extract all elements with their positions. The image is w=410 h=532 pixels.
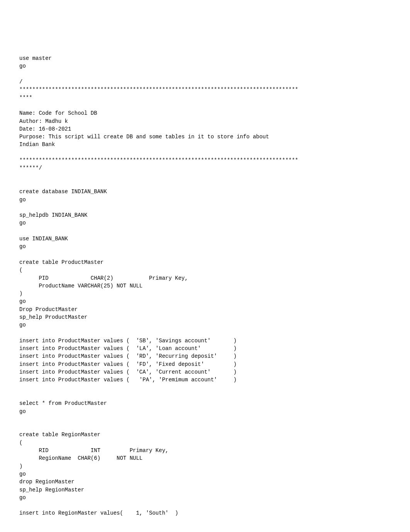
sql-code-block: use master go / ************************… (19, 54, 391, 517)
